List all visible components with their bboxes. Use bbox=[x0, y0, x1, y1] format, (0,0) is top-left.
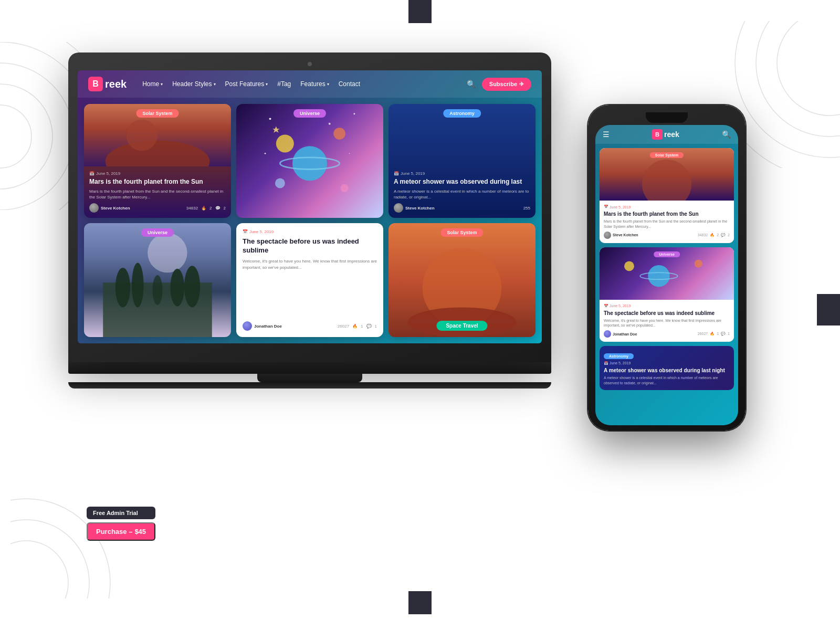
ph1-views: 34832 bbox=[698, 233, 708, 237]
card5-date-text: June 5, 2019 bbox=[249, 229, 274, 234]
nav-pf-arrow: ▾ bbox=[266, 82, 268, 87]
blog-card-landscape[interactable]: Universe bbox=[84, 223, 231, 337]
blog-card-spectacle[interactable]: 📅 June 5, 2019 The spectacle before us w… bbox=[236, 223, 383, 337]
phone-card3-date-text: June 5, 2019 bbox=[610, 361, 631, 365]
laptop-screen: B reek Home ▾ Header Styles ▾ Post Featu… bbox=[78, 70, 542, 343]
card1-title: Mars is the fourth planet from the Sun bbox=[89, 178, 226, 186]
card1-excerpt: Mars is the fourth planet from the Sun a… bbox=[89, 188, 226, 200]
nav-tag[interactable]: #Tag bbox=[277, 80, 291, 88]
phone-body: ☰ B reek 🔍 Solar System bbox=[588, 105, 746, 430]
phone-screen: ☰ B reek 🔍 Solar System bbox=[595, 125, 738, 425]
ph2-fire: 🔥 bbox=[710, 332, 715, 336]
card1-date: 📅 June 5, 2019 bbox=[89, 171, 226, 176]
phone-content: ☰ B reek 🔍 Solar System bbox=[595, 125, 738, 425]
search-icon[interactable]: 🔍 bbox=[467, 80, 476, 88]
card5-title: The spectacle before us was indeed subli… bbox=[243, 237, 377, 255]
phone-card3-excerpt: A meteor shower is a celestial event in … bbox=[604, 375, 730, 386]
blog-card-universe[interactable]: Universe bbox=[236, 104, 383, 218]
svg-point-37 bbox=[648, 265, 669, 287]
card5-stats: 26027 🔥 1 💬 1 bbox=[338, 324, 377, 329]
phone-card-spectacle[interactable]: Universe 📅 bbox=[600, 247, 734, 342]
calendar-icon-3: 📅 bbox=[394, 171, 399, 176]
logo-name: reek bbox=[105, 78, 127, 90]
laptop-base bbox=[68, 362, 551, 374]
calendar-icon: 📅 bbox=[89, 171, 94, 176]
phone-card1-author: Steve Kotchen bbox=[604, 232, 638, 239]
phone-card1-excerpt: Mars is the fourth planet from the Sun a… bbox=[604, 219, 730, 229]
phone-search-icon[interactable]: 🔍 bbox=[722, 130, 731, 139]
nav-header-styles[interactable]: Header Styles ▾ bbox=[172, 80, 215, 88]
card5-author-name: Jonathan Doe bbox=[254, 324, 282, 329]
comment-icon: 💬 bbox=[215, 206, 220, 211]
blog-card-meteor[interactable]: Astronomy 📅 June 5, 2019 A meteor shower… bbox=[388, 104, 536, 218]
card1-category: Solar System bbox=[136, 109, 178, 118]
cal-ph2: 📅 bbox=[604, 304, 608, 308]
hamburger-icon[interactable]: ☰ bbox=[603, 130, 610, 139]
phone-card2-header: Universe bbox=[600, 247, 734, 300]
blog-card-mars[interactable]: Solar System 📅 June 5, 2019 Mars is the … bbox=[84, 104, 231, 218]
phone-card2-title: The spectacle before us was indeed subli… bbox=[604, 310, 730, 317]
phone-card3-title: A meteor shower was observed during last… bbox=[604, 367, 730, 374]
card3-views: 255 bbox=[523, 206, 530, 211]
card5-author: Jonathan Doe bbox=[243, 321, 282, 331]
nav-post-features[interactable]: Post Features ▾ bbox=[225, 80, 268, 88]
phone-card2-footer: Jonathan Doe 26027 🔥 1 💬 1 bbox=[604, 330, 730, 338]
nav-home-arrow: ▾ bbox=[161, 82, 163, 87]
blog-card-solar2[interactable]: Solar System Space Travel bbox=[388, 223, 536, 337]
ph1-fire: 🔥 bbox=[710, 233, 715, 237]
ph2-views: 26027 bbox=[698, 332, 708, 336]
phone-card1-avatar bbox=[604, 232, 611, 239]
laptop-navbar: B reek Home ▾ Header Styles ▾ Post Featu… bbox=[78, 70, 542, 98]
card1-footer: Steve Kotchen 34832 🔥 2 💬 2 bbox=[89, 203, 226, 213]
card3-title: A meteor shower was observed during last bbox=[394, 178, 530, 186]
comment-icon-5: 💬 bbox=[366, 324, 372, 329]
phone-card1-header: Solar System bbox=[600, 148, 734, 201]
card3-avatar bbox=[394, 203, 403, 213]
svg-point-12 bbox=[106, 141, 210, 167]
card1-likes: 2 bbox=[209, 206, 212, 211]
svg-point-10 bbox=[10, 520, 89, 598]
svg-point-30 bbox=[132, 262, 144, 307]
phone-card2-body: 📅 June 5, 2019 The spectacle before us w… bbox=[600, 300, 734, 342]
phone-card2-excerpt: Welcome, it's great to have you here. We… bbox=[604, 318, 730, 329]
card3-author-name: Steve Kotchen bbox=[405, 206, 435, 211]
phone-card1-stats: 34832 🔥 2 💬 2 bbox=[698, 233, 730, 237]
laptop-logo: B reek bbox=[88, 77, 127, 91]
card3-date: 📅 June 5, 2019 bbox=[394, 171, 530, 176]
card3-category: Astronomy bbox=[443, 109, 481, 118]
phone-card3-date: 📅 June 5, 2019 bbox=[604, 361, 730, 365]
blog-grid: Solar System 📅 June 5, 2019 Mars is the … bbox=[78, 98, 542, 343]
phone-notch bbox=[646, 112, 688, 123]
card1-author: Steve Kotchen bbox=[89, 203, 130, 213]
trial-badge: Free Admin Trial bbox=[87, 507, 155, 519]
phone-card-mars[interactable]: Solar System 📅 June 5, 2019 Ma bbox=[600, 148, 734, 243]
svg-point-32 bbox=[184, 266, 200, 307]
cal-ph1: 📅 bbox=[604, 205, 608, 209]
nav-features[interactable]: Features ▾ bbox=[300, 80, 329, 88]
svg-point-14 bbox=[292, 146, 327, 181]
subscribe-button[interactable]: Subscribe ✈ bbox=[482, 78, 531, 91]
card3-excerpt: A meteor shower is a celestial event in … bbox=[394, 188, 530, 200]
deco-square-right bbox=[817, 294, 840, 326]
nav-home[interactable]: Home ▾ bbox=[142, 80, 163, 88]
ph2-comment: 💬 bbox=[721, 332, 726, 336]
fire-icon: 🔥 bbox=[201, 206, 206, 211]
card4-category: Universe bbox=[141, 228, 174, 237]
card3-author: Steve Kotchen bbox=[394, 203, 435, 213]
screen-content: B reek Home ▾ Header Styles ▾ Post Featu… bbox=[78, 70, 542, 343]
card1-text-area: 📅 June 5, 2019 Mars is the fourth planet… bbox=[89, 171, 226, 213]
phone-card-astronomy[interactable]: Astronomy 📅 June 5, 2019 A meteor shower… bbox=[600, 346, 734, 390]
svg-point-39 bbox=[624, 261, 634, 271]
purchase-button[interactable]: Purchase – $45 bbox=[87, 522, 155, 541]
nav-contact[interactable]: Contact bbox=[339, 80, 360, 88]
laptop-camera bbox=[308, 62, 312, 66]
phone-logo-name: reek bbox=[664, 130, 679, 139]
phone-card2-stats: 26027 🔥 1 💬 1 bbox=[698, 332, 730, 336]
card1-stats: 34832 🔥 2 💬 2 bbox=[186, 206, 226, 211]
phone-card1-date-text: June 5, 2019 bbox=[610, 205, 631, 209]
card1-comments: 2 bbox=[224, 206, 226, 211]
svg-point-29 bbox=[116, 268, 130, 307]
svg-point-16 bbox=[276, 134, 294, 152]
cal-ph3: 📅 bbox=[604, 361, 608, 365]
svg-point-6 bbox=[735, 21, 840, 158]
